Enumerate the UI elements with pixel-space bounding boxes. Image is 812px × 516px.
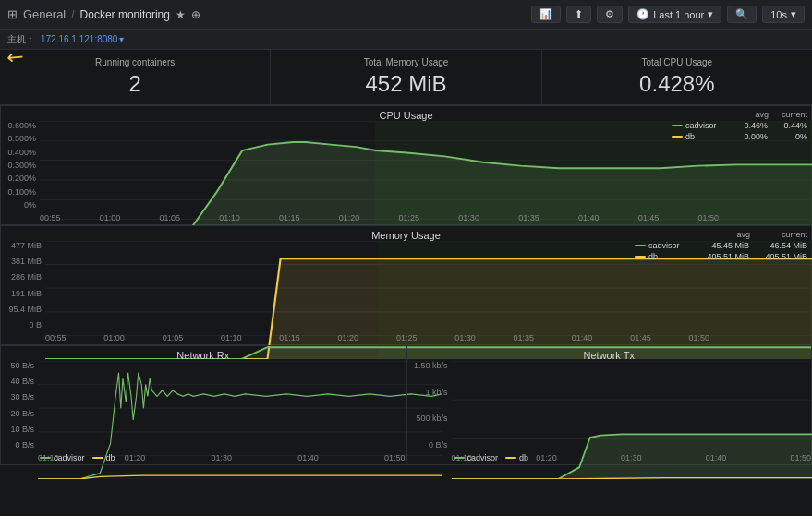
charts-container: CPU Usage 0.600% 0.500% 0.400% 0.300% 0.… (0, 105, 812, 516)
zoom-button[interactable]: 🔍 (727, 6, 757, 23)
cadvisor-line (40, 457, 51, 459)
running-containers-title: Running containers (95, 57, 175, 67)
host-bar: 主机： 172.16.1.121:8080 ▾ ↗ (0, 30, 812, 50)
db-line (505, 457, 516, 459)
cpu-chart-legend: avg current cadvisor 0.46% 0.44% db 0.00… (672, 110, 807, 143)
y-label: 0 B (3, 320, 42, 330)
x-label: 01:45 (638, 213, 660, 222)
memory-usage-value: 452 MiB (365, 71, 446, 97)
x-label: 01:30 (458, 213, 479, 222)
y-label: 0 B/s (411, 440, 448, 450)
x-label: 00:55 (40, 213, 61, 222)
x-label: 01:40 (706, 453, 727, 462)
refresh-button[interactable]: 10s ▾ (762, 6, 805, 23)
time-range-label: Last 1 hour (653, 9, 704, 20)
y-label: 50 B/s (5, 361, 34, 370)
legend-name: db (685, 132, 728, 141)
legend-avg: 405.51 MiB (694, 252, 749, 261)
x-label: 01:35 (514, 333, 535, 342)
x-label: 01:25 (396, 333, 418, 342)
legend-name: cadvisor (648, 241, 691, 250)
x-label: 01:20 (338, 333, 359, 342)
x-label: 01:35 (518, 213, 539, 222)
x-label: 01:50 (688, 333, 709, 342)
legend-item-db: db 0.00% 0% (672, 132, 807, 141)
x-label: 01:00 (100, 213, 121, 222)
db-line (92, 457, 103, 459)
y-label: 0.400% (3, 148, 36, 157)
legend-avg: 0.46% (731, 121, 768, 130)
x-label: 01:30 (454, 333, 476, 342)
db-legend-line (635, 256, 646, 258)
svg-marker-16 (45, 258, 812, 359)
y-label: 477 MiB (3, 241, 42, 250)
cpu-chart: CPU Usage 0.600% 0.500% 0.400% 0.300% 0.… (0, 105, 812, 225)
legend-item-db: db (505, 453, 528, 462)
x-label: 01:10 (221, 333, 242, 342)
breadcrumb-separator: / (71, 8, 74, 21)
time-range-button[interactable]: 🕐 Last 1 hour ▾ (628, 6, 721, 23)
star-icon[interactable]: ★ (176, 8, 186, 21)
chart-button[interactable]: 📊 (531, 6, 561, 23)
legend-item-cadvisor: cadvisor 0.46% 0.44% (672, 121, 807, 130)
clock-icon: 🕐 (636, 8, 649, 20)
y-label: 1 kb/s (411, 388, 448, 397)
y-label: 0 B/s (5, 440, 34, 450)
settings-button[interactable]: ⚙ (597, 6, 623, 23)
y-label: 1.50 kb/s (411, 361, 448, 370)
breadcrumb-home[interactable]: General (23, 7, 66, 21)
share-icon[interactable]: ⊕ (191, 8, 200, 21)
x-label: 01:10 (219, 213, 240, 222)
y-label: 0.200% (3, 174, 36, 183)
x-label: 01:00 (103, 333, 125, 342)
breadcrumb-current: Docker monitoring (80, 8, 170, 21)
cpu-usage-panel: Total CPU Usage 0.428% (542, 50, 812, 105)
legend-item-cadvisor: cadvisor (454, 453, 499, 462)
legend-avg: 45.45 MiB (694, 241, 749, 250)
zoom-icon: 🔍 (735, 8, 748, 20)
y-label: 0.300% (3, 161, 36, 170)
db-legend-line (672, 136, 683, 138)
x-label: 01:15 (279, 333, 300, 342)
memory-usage-title: Total Memory Usage (364, 57, 449, 67)
chevron-down-icon-host: ▾ (119, 34, 124, 44)
x-label: 01:20 (125, 453, 146, 462)
running-containers-panel: Running containers 2 (0, 50, 271, 105)
memory-chart-legend: avg current cadvisor 45.45 MiB 46.54 MiB… (635, 230, 807, 263)
legend-item-db: db (92, 453, 115, 462)
x-label: 01:50 (697, 213, 719, 222)
y-label: 95.4 MiB (3, 305, 42, 314)
y-label: 0% (3, 200, 36, 210)
y-label: 0.600% (3, 121, 36, 130)
legend-name: cadvisor (467, 453, 499, 462)
legend-current: 46.54 MiB (752, 241, 807, 250)
bottom-charts-row: Network Rx 50 B/s 40 B/s 30 B/s 20 B/s 1… (0, 345, 812, 465)
host-value-text: 172.16.1.121:8080 (41, 34, 117, 44)
home-icon[interactable]: ⊞ (7, 7, 18, 21)
network-tx-chart: Network Tx 1.50 kb/s 1 kb/s 500 kb/s 0 B… (406, 345, 813, 465)
settings-icon: ⚙ (605, 8, 614, 20)
x-label: 01:40 (572, 333, 593, 342)
legend-item-cadvisor: cadvisor (40, 453, 85, 462)
x-label: 01:15 (279, 213, 300, 222)
breadcrumb: ⊞ General / Docker monitoring ★ ⊕ (7, 7, 200, 21)
x-label: 01:45 (630, 333, 651, 342)
x-label: 01:30 (211, 453, 232, 462)
x-label: 01:30 (621, 453, 642, 462)
cpu-usage-title: Total CPU Usage (641, 57, 712, 67)
x-label: 01:50 (384, 453, 406, 462)
legend-name: db (519, 453, 528, 462)
y-label: 500 kb/s (411, 414, 448, 423)
cadvisor-legend-line (635, 245, 646, 246)
y-label: 10 B/s (5, 425, 34, 434)
host-selector[interactable]: 172.16.1.121:8080 ▾ (41, 34, 124, 44)
export-icon: ⬆ (575, 8, 583, 20)
y-label: 191 MiB (3, 289, 42, 298)
x-label: 01:05 (163, 333, 184, 342)
running-containers-value: 2 (128, 71, 140, 97)
chevron-down-icon: ▾ (708, 8, 713, 20)
legend-name: cadvisor (54, 453, 85, 462)
export-button[interactable]: ⬆ (566, 6, 591, 23)
x-label: 01:40 (297, 453, 319, 462)
legend-name: cadvisor (685, 121, 728, 130)
